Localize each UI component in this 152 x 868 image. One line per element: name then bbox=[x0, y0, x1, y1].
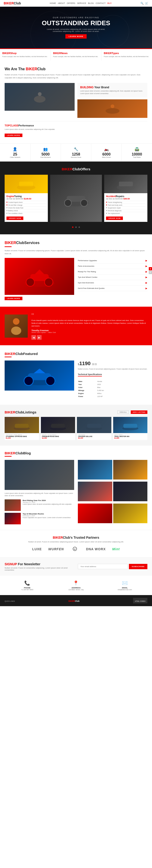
stat-label-members: Club Members bbox=[32, 156, 59, 158]
dot-icon bbox=[6, 213, 7, 214]
testimonial-nav: ◀ ▶ bbox=[31, 335, 147, 340]
quote-icon: " bbox=[31, 312, 147, 319]
services-learn-more-button[interactable]: LEARN MORE bbox=[5, 297, 22, 300]
feature-card-news[interactable]: BIKERNews Fusce suscipit, wisi nec facil… bbox=[51, 49, 102, 61]
stat-num-members: 5000 bbox=[32, 152, 59, 156]
listing-name-1: STUNNING OFFROAD BIKE bbox=[6, 436, 38, 437]
service-item-2[interactable]: Parts & Accessories ▶ bbox=[78, 264, 147, 269]
dot-icon bbox=[6, 210, 7, 211]
dot-2[interactable] bbox=[75, 226, 77, 228]
newsletter-email-input[interactable] bbox=[78, 564, 127, 569]
hero-section: OUR CUSTOMERS ARE ENJOYING OUTSTANDING R… bbox=[0, 7, 152, 48]
location-icon: 📍 bbox=[53, 580, 98, 586]
svg-rect-30 bbox=[87, 424, 101, 428]
topclass-learn-more-button[interactable]: LEARN MORE bbox=[5, 133, 22, 137]
view-all-button[interactable]: VIEW ALL bbox=[117, 410, 129, 414]
feature-cards: BIKERShop Fusce suscipit, wisi nec facil… bbox=[0, 48, 152, 61]
html-codex-badge: HTML CODEX bbox=[133, 598, 147, 603]
stat-num-cities: 25 bbox=[1, 152, 29, 156]
listing-card-4[interactable]: TRAIL BIKES TRAIL MASTER 600 $1,899 bbox=[113, 417, 148, 440]
service-item-5[interactable]: Gym And Exercises ▶ bbox=[78, 280, 147, 286]
next-arrow-button[interactable]: ▼ bbox=[149, 271, 152, 274]
arrow-right-icon-1: ▶ bbox=[146, 259, 147, 262]
offer-order-button-1[interactable]: ORDER NOW bbox=[6, 217, 23, 220]
newsletter-text: Nullam sit amet. Fusce et consectetur ad… bbox=[5, 567, 74, 571]
offer-features-engine: Coolant liquid check Oil and filter chan… bbox=[6, 201, 46, 215]
svg-rect-2 bbox=[37, 96, 42, 99]
blog-post-2[interactable]: Top 10 Mountain Routes February 5, 2024 … bbox=[5, 513, 74, 524]
hero-content: OUR CUSTOMERS ARE ENJOYING OUTSTANDING R… bbox=[42, 17, 111, 39]
svg-point-9 bbox=[64, 199, 71, 206]
listings-header: BIKERClubListings VIEW ALL ADD LISTING bbox=[5, 410, 147, 414]
partner-logo-wurfen: WURFEN bbox=[48, 547, 64, 551]
logo-suffix: Club bbox=[14, 1, 21, 5]
contact-phone-label: PHONE bbox=[5, 587, 50, 589]
offer-feature-a4: Electrical diagnosis bbox=[106, 209, 146, 212]
testimonial-section: " Proin blandit quam morbi lobortis luct… bbox=[0, 307, 152, 345]
building-title: BUILDING Your Brand bbox=[80, 86, 145, 89]
offer-card-engine[interactable]: EngineTuning as low as $299.50 $149.50 C… bbox=[5, 175, 48, 222]
add-listing-button[interactable]: ADD LISTING bbox=[131, 410, 147, 414]
nav-buy[interactable]: BUY bbox=[108, 2, 112, 4]
featured-grid: $1190 00 B Nullam at arcu. Fusce et accu… bbox=[5, 361, 147, 398]
blog-image-grid bbox=[78, 460, 147, 524]
stat-trails: 🛣️ 10000 Trail Rides bbox=[122, 144, 152, 161]
contact-phone: 📞 PHONE +1 234 567 8900 bbox=[5, 580, 50, 590]
footer-brand: BIKERClub bbox=[68, 600, 80, 602]
search-icon[interactable]: 🔍 bbox=[141, 2, 144, 5]
hero-cta-button[interactable]: LEARN MORE bbox=[65, 34, 87, 39]
cart-icon[interactable]: 🛒 bbox=[145, 2, 148, 5]
blog-post-1[interactable]: Best Riding Gear For 2024 January 12, 20… bbox=[5, 499, 74, 511]
nav-about[interactable]: ABOUT bbox=[58, 2, 65, 4]
testimonial-prev-button[interactable]: ◀ bbox=[31, 335, 36, 340]
card-text-2: Fusce suscipit, wisi nec facilisis facil… bbox=[53, 56, 99, 58]
stat-miles: 🏍️ 6000 Miles Driven bbox=[91, 144, 122, 161]
service-item-3[interactable]: Ready For The Riding ▶ bbox=[78, 269, 147, 275]
dot-1[interactable] bbox=[72, 226, 73, 228]
topclass-title: TOPCLASSPerformance bbox=[5, 124, 147, 127]
offer-card-accident[interactable]: AccidentRepairs as low as $199.50 $49.50… bbox=[104, 175, 147, 222]
hero-subtitle: OUR CUSTOMERS ARE ENJOYING bbox=[42, 17, 111, 19]
testimonial-author: Timothy Freeman bbox=[31, 329, 147, 332]
nav-contact[interactable]: CONTACT bbox=[96, 2, 105, 4]
listing-price-2: $2,499 bbox=[42, 437, 74, 439]
feature-card-shop[interactable]: BIKERShop Fusce suscipit, wisi nec facil… bbox=[0, 49, 51, 61]
nav-service[interactable]: SERVICE bbox=[77, 2, 86, 4]
prev-arrow-button[interactable]: ▲ bbox=[149, 267, 152, 270]
svg-rect-12 bbox=[119, 182, 133, 186]
building-content: BUILDING Your Brand Lorem ipsum dolor si… bbox=[78, 83, 147, 97]
featured-price: $1190 00 B bbox=[78, 361, 147, 367]
feature-card-types[interactable]: BIKERTypes Fusce suscipit, wisi nec faci… bbox=[101, 49, 152, 61]
spec-val-1: Honda bbox=[97, 380, 147, 383]
nav-blog[interactable]: BLOG bbox=[88, 2, 94, 4]
nav-home[interactable]: HOME bbox=[50, 2, 56, 4]
logo[interactable]: BIKERClub bbox=[4, 1, 21, 5]
svg-point-23 bbox=[46, 376, 55, 385]
partner-logo-dnaworx: DNA WORX bbox=[86, 547, 105, 551]
email-icon: ✉️ bbox=[102, 580, 147, 586]
offer-order-button-2[interactable]: ORDER NOW bbox=[106, 217, 123, 220]
services-bike-photo bbox=[5, 258, 74, 295]
testimonial-next-button[interactable]: ▶ bbox=[37, 335, 41, 340]
dot-3[interactable] bbox=[79, 226, 80, 228]
we-are-title: We Are The BIKERClub bbox=[5, 67, 147, 71]
service-item-1[interactable]: Performance Upgrades ▶ bbox=[78, 258, 147, 264]
listing-card-1[interactable]: OFFROAD / TRAIL BIKES STUNNING OFFROAD B… bbox=[5, 417, 39, 440]
main-nav: HOME ABOUT OFFERS SERVICE BLOG CONTACT B… bbox=[50, 2, 112, 4]
we-are-section: We Are The BIKERClub Nullam sit amet. Fu… bbox=[0, 61, 152, 144]
blog-section: BIKERClubBlog Lorem ipsum dolor sit amet… bbox=[0, 445, 152, 530]
nav-offers[interactable]: OFFERS bbox=[67, 2, 75, 4]
service-item-6[interactable]: Get A Free Estimate And Quotes ▶ bbox=[78, 286, 147, 291]
newsletter-title: SIGNUP For Newsletter bbox=[5, 562, 74, 566]
listing-card-2[interactable]: SPORT / ROAD BIKES PREMIUM ROAD BIKE $2,… bbox=[41, 417, 75, 440]
newsletter-subscribe-button[interactable]: SUBSCRIBE bbox=[129, 564, 147, 569]
topclass-text: Lorem ipsum dolor sit amet, consectetur … bbox=[5, 128, 147, 131]
dot-icon bbox=[106, 205, 107, 206]
services-grid: LEARN MORE Performance Upgrades ▶ Parts … bbox=[5, 258, 147, 300]
featured-info-col: $1190 00 B Nullam at arcu. Fusce et accu… bbox=[78, 361, 147, 398]
arrow-right-icon-4: ▶ bbox=[146, 276, 147, 278]
header-icons: 🔍 🛒 bbox=[141, 2, 148, 5]
service-item-4[interactable]: Tyre And Wheel Combo ▶ bbox=[78, 275, 147, 280]
listing-img-3 bbox=[77, 417, 111, 433]
listing-card-3[interactable]: CRUISERS CRUISER DELUXE $3,199 bbox=[77, 417, 111, 440]
